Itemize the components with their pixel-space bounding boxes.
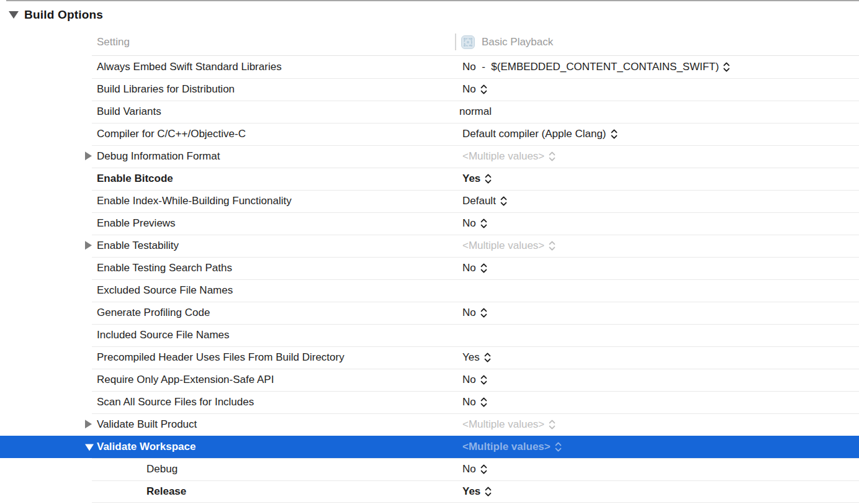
setting-value[interactable]: No [462, 78, 487, 101]
setting-label: Require Only App-Extension-Safe API [97, 369, 274, 391]
table-row[interactable]: Included Source File Names [0, 324, 859, 346]
setting-value-text[interactable]: normal [459, 106, 492, 118]
setting-value-text[interactable]: No [462, 463, 476, 475]
setting-value-text[interactable]: No - $(EMBEDDED_CONTENT_CONTAINS_SWIFT) [462, 61, 719, 73]
table-row[interactable]: Build Libraries for Distribution No [0, 78, 859, 101]
setting-value-text[interactable]: No [462, 83, 476, 96]
column-header-target[interactable]: Basic Playback [482, 29, 553, 56]
setting-value-text[interactable]: Default [462, 195, 496, 207]
table-column-header: Setting Basic Playback [0, 29, 859, 56]
setting-value[interactable]: Default [462, 190, 507, 212]
disclosure-collapsed-icon[interactable] [85, 241, 92, 250]
setting-value[interactable]: No [462, 369, 487, 391]
disclosure-expanded-icon[interactable] [9, 11, 19, 19]
stepper-icon[interactable] [480, 263, 487, 273]
setting-label: Enable Index-While-Building Functionalit… [97, 190, 292, 212]
table-row[interactable]: Require Only App-Extension-Safe API No [0, 369, 859, 391]
table-row[interactable]: Enable Bitcode Yes [0, 168, 859, 190]
table-row[interactable]: Generate Profiling Code No [0, 302, 859, 324]
table-row[interactable]: Build Variants normal [0, 101, 859, 123]
table-row[interactable]: Excluded Source File Names [0, 279, 859, 302]
setting-value[interactable]: Yes [462, 346, 491, 369]
table-row[interactable]: Enable Previews No [0, 212, 859, 235]
setting-value[interactable]: No [462, 391, 487, 413]
setting-value[interactable]: No [462, 302, 487, 324]
setting-value[interactable]: No [462, 212, 487, 235]
stepper-icon[interactable] [480, 375, 487, 385]
setting-value[interactable]: Yes [462, 480, 492, 503]
setting-value-text[interactable]: Default compiler (Apple Clang) [462, 128, 606, 140]
setting-value[interactable]: normal [459, 101, 492, 123]
table-row[interactable]: Release Yes [0, 480, 859, 503]
stepper-icon[interactable] [485, 487, 492, 497]
table-row[interactable]: Validate Built Product <Multiple values> [0, 413, 859, 436]
stepper-icon[interactable] [549, 420, 555, 430]
settings-rows: Always Embed Swift Standard Libraries No… [0, 56, 859, 503]
setting-value[interactable]: Default compiler (Apple Clang) [462, 123, 618, 145]
stepper-icon[interactable] [549, 241, 555, 251]
stepper-icon[interactable] [500, 196, 507, 206]
setting-value-text[interactable]: <Multiple values> [462, 240, 544, 252]
table-row[interactable]: Enable Testing Search Paths No [0, 257, 859, 279]
setting-value-text[interactable]: No [462, 307, 476, 319]
setting-value[interactable]: Yes [462, 168, 492, 190]
setting-label: Validate Built Product [97, 413, 197, 436]
setting-label: Debug [146, 458, 178, 480]
table-row[interactable]: Enable Index-While-Building Functionalit… [0, 190, 859, 212]
setting-label: Build Libraries for Distribution [97, 78, 235, 101]
stepper-icon[interactable] [611, 129, 618, 139]
setting-label: Enable Previews [97, 212, 176, 235]
stepper-icon[interactable] [484, 353, 491, 362]
disclosure-expanded-icon[interactable] [85, 444, 94, 451]
table-row[interactable]: Scan All Source Files for Includes No [0, 391, 859, 413]
table-row[interactable]: Enable Testability <Multiple values> [0, 235, 859, 257]
section-header-build-options[interactable]: Build Options [0, 1, 859, 29]
setting-value[interactable]: No [462, 257, 487, 279]
table-row[interactable]: Debug Information Format <Multiple value… [0, 145, 859, 168]
stepper-icon[interactable] [480, 464, 487, 474]
stepper-icon[interactable] [555, 442, 562, 452]
setting-label: Enable Testing Search Paths [97, 257, 232, 279]
setting-label: Enable Testability [97, 235, 179, 257]
setting-value[interactable]: <Multiple values> [462, 436, 562, 458]
target-app-icon [461, 35, 475, 49]
setting-value[interactable]: No [462, 458, 487, 480]
column-header-setting: Setting [97, 29, 130, 56]
setting-value[interactable]: <Multiple values> [462, 145, 555, 168]
disclosure-collapsed-icon[interactable] [85, 151, 92, 160]
table-row[interactable]: Validate Workspace <Multiple values> [0, 436, 859, 458]
setting-value[interactable]: <Multiple values> [462, 235, 555, 257]
setting-value-text[interactable]: Yes [462, 173, 480, 185]
setting-value[interactable]: No - $(EMBEDDED_CONTENT_CONTAINS_SWIFT) [462, 56, 730, 78]
setting-label: Precompiled Header Uses Files From Build… [97, 346, 344, 369]
setting-label: Included Source File Names [97, 324, 230, 346]
stepper-icon[interactable] [480, 84, 487, 94]
setting-value-text[interactable]: Yes [462, 351, 480, 364]
stepper-icon[interactable] [723, 62, 730, 72]
setting-value-text[interactable]: No [462, 374, 476, 386]
stepper-icon[interactable] [480, 308, 487, 318]
stepper-icon[interactable] [480, 218, 487, 228]
setting-label: Debug Information Format [97, 145, 220, 168]
table-row[interactable]: Always Embed Swift Standard Libraries No… [0, 56, 859, 78]
table-row[interactable]: Debug No [0, 458, 859, 480]
setting-value[interactable]: <Multiple values> [462, 413, 555, 436]
build-settings-pane: { "section": { "title": "Build Options" … [0, 0, 859, 504]
stepper-icon[interactable] [549, 151, 555, 161]
stepper-icon[interactable] [485, 174, 492, 184]
setting-value-text[interactable]: <Multiple values> [462, 150, 544, 163]
setting-value-text[interactable]: <Multiple values> [462, 418, 544, 431]
setting-label: Excluded Source File Names [97, 279, 233, 302]
setting-value-text[interactable]: No [462, 396, 476, 408]
column-divider [455, 34, 456, 50]
setting-value-text[interactable]: Yes [462, 485, 480, 498]
setting-label: Build Variants [97, 101, 161, 123]
table-row[interactable]: Precompiled Header Uses Files From Build… [0, 346, 859, 369]
table-row[interactable]: Compiler for C/C++/Objective-C Default c… [0, 123, 859, 145]
stepper-icon[interactable] [480, 397, 487, 407]
setting-value-text[interactable]: <Multiple values> [462, 441, 551, 453]
disclosure-collapsed-icon[interactable] [85, 420, 92, 428]
section-title: Build Options [24, 8, 103, 22]
setting-value-text[interactable]: No [462, 217, 476, 230]
setting-value-text[interactable]: No [462, 262, 476, 274]
